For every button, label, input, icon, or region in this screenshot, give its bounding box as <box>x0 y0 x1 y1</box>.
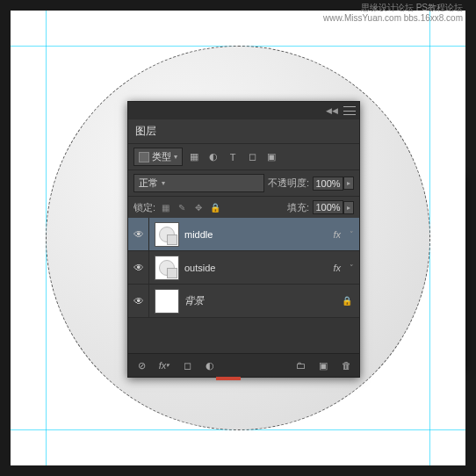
layer-item-middle[interactable]: 👁 middle fx ˅ <box>128 218 359 251</box>
lock-all-icon[interactable]: 🔒 <box>209 201 221 213</box>
new-layer-icon[interactable]: ▣ <box>315 357 331 373</box>
filter-row: 类型 ▾ ▦ ◐ T ◻ ▣ <box>128 143 359 169</box>
panel-menu-icon[interactable] <box>343 106 356 115</box>
layer-name[interactable]: middle <box>184 229 333 240</box>
layer-style-icon[interactable]: fx▾ <box>156 357 172 373</box>
chevron-down-icon[interactable]: ˅ <box>344 230 359 239</box>
lock-pixels-icon[interactable]: ✎ <box>176 201 188 213</box>
filter-type-dropdown[interactable]: 类型 ▾ <box>133 148 183 166</box>
layers-list: 👁 middle fx ˅ 👁 outside fx ˅ 👁 背景 🔒 <box>128 218 359 353</box>
layer-item-background[interactable]: 👁 背景 🔒 <box>128 285 359 318</box>
filter-pixel-icon[interactable]: ▦ <box>186 149 202 165</box>
lock-label: 锁定: <box>133 201 155 214</box>
filter-smart-icon[interactable]: ▣ <box>263 149 279 165</box>
opacity-input[interactable] <box>313 177 343 191</box>
lock-transparency-icon[interactable]: ▦ <box>159 201 171 213</box>
opacity-label: 不透明度: <box>268 177 309 190</box>
delete-layer-icon[interactable]: 🗑 <box>338 357 354 373</box>
layer-name[interactable]: outside <box>184 263 333 273</box>
link-layers-icon[interactable]: ⊘ <box>133 357 149 373</box>
layer-thumbnail[interactable] <box>155 222 179 247</box>
collapse-icon[interactable]: ◀◀ <box>326 106 338 115</box>
visibility-toggle-icon[interactable]: 👁 <box>128 285 149 317</box>
layer-thumbnail[interactable] <box>155 289 179 314</box>
fill-input[interactable] <box>313 200 343 214</box>
blend-mode-dropdown[interactable]: 正常 <box>133 174 264 192</box>
layers-panel: ◀◀ 图层 类型 ▾ ▦ ◐ T ◻ ▣ 正常 不透明度: ▸ 锁定: ▦ ✎ … <box>127 101 360 378</box>
visibility-toggle-icon[interactable]: 👁 <box>128 218 149 250</box>
blend-row: 正常 不透明度: ▸ <box>128 169 359 196</box>
fill-arrow-icon[interactable]: ▸ <box>343 201 354 214</box>
filter-shape-icon[interactable]: ◻ <box>244 149 260 165</box>
layer-name[interactable]: 背景 <box>184 294 335 307</box>
filter-adjustment-icon[interactable]: ◐ <box>206 149 221 165</box>
lock-position-icon[interactable]: ✥ <box>192 201 205 213</box>
layers-tab[interactable]: 图层 <box>128 119 359 143</box>
panel-header[interactable]: ◀◀ <box>128 102 359 119</box>
layer-fx-badge[interactable]: fx <box>333 263 344 273</box>
chevron-down-icon[interactable]: ˅ <box>344 263 359 272</box>
panel-footer: ⊘ fx▾ ◻ ◐ 🗀 ▣ 🗑 <box>128 353 359 377</box>
watermark: 思缘设计论坛 PS教程论坛 www.MissYuan.com bbs.16xx8… <box>323 3 463 24</box>
lock-row: 锁定: ▦ ✎ ✥ 🔒 填充: ▸ <box>128 196 359 218</box>
adjustment-layer-icon[interactable]: ◐ <box>202 357 218 373</box>
visibility-toggle-icon[interactable]: 👁 <box>128 251 149 284</box>
layer-thumbnail[interactable] <box>155 256 179 280</box>
fill-label: 填充: <box>287 201 309 214</box>
layer-fx-badge[interactable]: fx <box>333 229 344 240</box>
layer-mask-icon[interactable]: ◻ <box>179 357 195 373</box>
red-accent-tab <box>216 377 241 380</box>
layer-item-outside[interactable]: 👁 outside fx ˅ <box>128 251 359 285</box>
lock-icon[interactable]: 🔒 <box>335 296 359 306</box>
filter-type-icon[interactable]: T <box>225 149 241 165</box>
opacity-arrow-icon[interactable]: ▸ <box>343 177 354 190</box>
group-icon[interactable]: 🗀 <box>292 357 308 373</box>
